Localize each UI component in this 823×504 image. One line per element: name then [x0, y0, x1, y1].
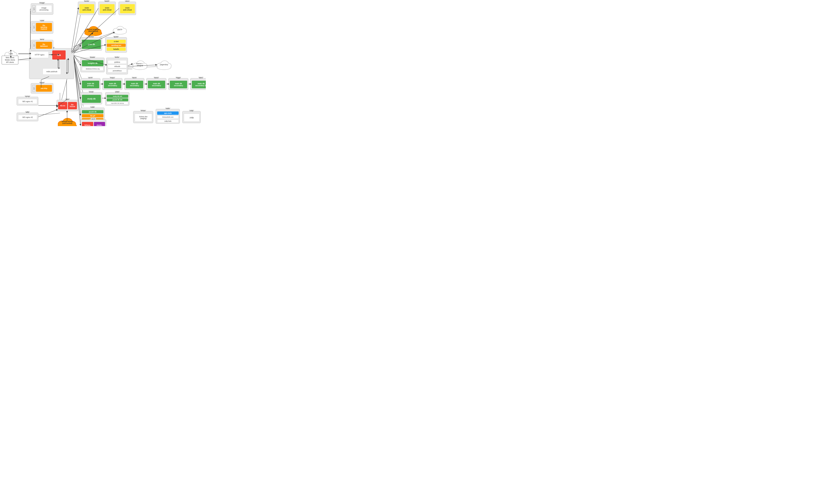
fishnet-analysis-label: fishnet analysis(distributed) [87, 28, 100, 32]
lila-opening-explorer-box: lila-opening-explorer [36, 23, 52, 31]
starr-group: starr lila-ws lila-fishnet [56, 100, 78, 111]
bassi-group: bassi main dbsecondary [146, 78, 166, 90]
grafana-label: grafana [114, 61, 120, 63]
radio-title: radio [165, 107, 170, 109]
image-processing-label: imageprocessing [39, 7, 48, 11]
svg-line-104 [74, 56, 80, 84]
lila-fishnet-label: lila-fishnet [70, 104, 75, 107]
database-lichess-label: database.lichess.org [86, 68, 100, 70]
lila-gif-label: lila-gif [90, 115, 95, 117]
achoo-group: achoo yolo db [80, 37, 102, 50]
study-db-24h-label: study db 24h [113, 95, 122, 97]
achoo-title: achoo [88, 36, 95, 38]
terra-title: terra [39, 38, 45, 40]
svg-line-100 [74, 56, 80, 65]
svg-line-84 [18, 58, 30, 60]
yolo-db-label: yolo db [88, 43, 95, 46]
puzzle-db-box: puzzle db [82, 110, 104, 113]
apate-group: apate cr-bot sandbag-bot kaladin [105, 37, 127, 52]
rubik-top-nginx: nginx [32, 23, 35, 31]
prometheus-label: prometheus [113, 70, 122, 72]
radio-group: radio pgn-mule lichess4545.com zulip bot… [156, 109, 180, 123]
uluru-group: uluru irwinanti-cheat [119, 2, 136, 15]
laura-db-label: main dbsecondary [130, 82, 139, 86]
starr-title: starr [65, 98, 70, 100]
ws-nginx2-box: WS nginx #2 [18, 115, 37, 120]
loquy-group: loquy main dbsecondary [103, 78, 122, 90]
lichess-search-box: lichess-search [82, 122, 93, 126]
svg-line-110 [74, 57, 80, 98]
lila-ws-label: lila-ws [60, 105, 65, 106]
terra-group: terra nginx lila-tablebase [31, 40, 53, 51]
clients-label: Web clientsMobile clientsAPI clients [5, 56, 15, 63]
higgs-group: higgs main dbsecondary [168, 78, 188, 90]
database-lichess-box: database.lichess.org [82, 67, 104, 71]
bassi-db-box: main dbsecondary [148, 81, 165, 88]
kamon-label: kamon +telegraf [136, 62, 144, 66]
elastic-search-label: elastic-search [97, 124, 102, 126]
cdn-label: CDN [9, 53, 13, 55]
smtp-label: SMTP [117, 29, 122, 31]
prometheus-box: prometheus [108, 69, 127, 72]
archi-db-box: main dbprimary [82, 81, 99, 88]
smtp-cloud: SMTP [112, 25, 128, 35]
kaladin-label: kaladin [113, 48, 119, 50]
uluru-service-box: irwinanti-cheat [120, 4, 135, 13]
pagerduty-cloud: pagerduty [156, 59, 172, 70]
study-title: study [89, 91, 94, 93]
bowie-group: bowie insights db database.lichess.org [80, 58, 105, 72]
rsync-label: rsync/btfrs file backup [111, 102, 124, 104]
insights-db-label: insights db [88, 62, 98, 64]
taffy-group: taffy WS nginx #2 [17, 112, 38, 121]
redis-label: redis pub/sub [46, 70, 57, 72]
fishnet-moves-label: fishnet moves(self-hosted) [61, 120, 73, 124]
loquy-title: loquy [110, 77, 115, 79]
late1-db-box: main dbsecondary 1h [192, 81, 206, 88]
zulip-bots-label: zulip bots [164, 120, 171, 122]
http-nginx-label: HTTP nginx [35, 54, 44, 56]
image-nginx: nginx [32, 5, 35, 12]
bassi-db-label: main dbsecondary [152, 82, 161, 86]
terra-nginx: nginx [32, 42, 35, 49]
redis-box: redis pub/sub [43, 68, 61, 75]
lila-opening-explorer-label: lila-opening-explorer [40, 24, 47, 30]
archi-db-label: main dbprimary [87, 82, 94, 86]
syrup-group: syrup WS nginx #1 [17, 97, 38, 105]
lila-tablebase-label: lila-tablebase [40, 43, 48, 47]
sandbag-bot-label: sandbag-bot [111, 44, 121, 46]
hyper-title: hyper [39, 82, 45, 84]
rubik-top-title: rubik [39, 20, 45, 22]
lila-fishnet-box: lila-fishnet [68, 102, 77, 109]
butch-title: butch [104, 0, 110, 2]
plato-group: plato study db 24h puzzle db 24h rsync/b… [105, 92, 129, 105]
influxdb-label: influxdb [114, 65, 120, 67]
burke-title: burke [84, 0, 90, 2]
zulip-service-label: zulip [190, 116, 194, 119]
sirch-title: sirch [91, 118, 96, 120]
kaladin-box: kaladin [107, 47, 126, 51]
clients-box: Web clientsMobile clientsAPI clients [2, 56, 18, 64]
burke-group: burke irwinanti-cheat [78, 2, 96, 15]
late1-group: late1 main dbsecondary 1h [190, 78, 206, 90]
zulip-title: zulip [189, 109, 194, 111]
uluru-service-label: irwinanti-cheat [123, 7, 132, 11]
bowie-title: bowie [90, 56, 96, 58]
zulip-service-box: zulip [184, 113, 199, 121]
lichess-dev-box: lichess.dev(staging) [135, 113, 152, 121]
fishnet-analysis-cloud: fishnet analysis(distributed) [83, 25, 103, 36]
late1-db-label: main dbsecondary 1h [195, 82, 206, 86]
lila-gif-box: lila-gif [82, 114, 104, 117]
influxdb-box: influxdb [108, 64, 127, 68]
rsync-box: rsync/btfrs file backup [107, 102, 128, 104]
pgn-mule-box: pgn-mule [157, 111, 179, 115]
pgn-mule-label: pgn-mule [164, 112, 172, 114]
grafana-box: grafana [108, 60, 127, 64]
zulip-group: zulip zulip [182, 111, 201, 123]
yolo-db-box: yolo db [82, 40, 101, 49]
study-db-24h-box: study db 24h [107, 95, 128, 98]
study-db-label: study db [87, 98, 96, 100]
lila-http-box: lila-http [36, 85, 52, 92]
apate-title: apate [113, 36, 119, 38]
image-title: image [39, 2, 45, 4]
laura-db-box: main dbsecondary [126, 81, 143, 88]
